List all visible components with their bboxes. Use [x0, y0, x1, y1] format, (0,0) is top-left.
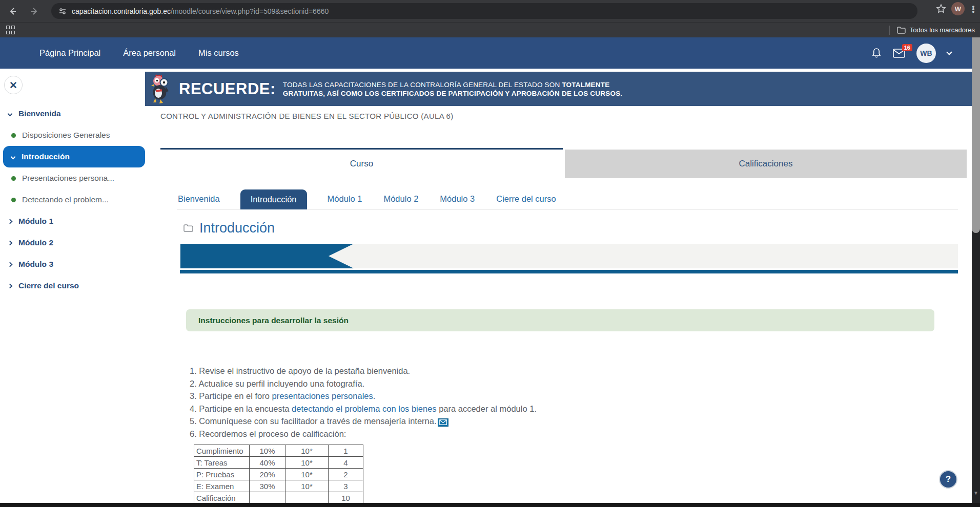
- sidebar-section-bienvenida[interactable]: Bienvenida: [0, 103, 145, 124]
- internal-messaging-icon[interactable]: [438, 418, 448, 427]
- bookmarks-bar: Todos los marcadores: [0, 22, 980, 37]
- table-row: T: Tareas40%10*4: [194, 457, 363, 469]
- forward-icon[interactable]: [26, 3, 43, 20]
- chevron-right-icon: [8, 262, 13, 267]
- chevron-down-icon: [8, 111, 13, 116]
- all-bookmarks-button[interactable]: Todos los marcadores: [910, 26, 975, 34]
- instructions-title: Instrucciones para desarrollar la sesión: [198, 316, 349, 325]
- course-title: CONTROL Y ADMINISTRACIÓN DE BIENES EN EL…: [160, 112, 454, 120]
- section-tabs: Bienvenida Introducción Módulo 1 Módulo …: [177, 187, 958, 209]
- divider: [889, 26, 890, 35]
- table-row: Calificación10: [194, 492, 363, 504]
- completion-dot-icon: [11, 198, 16, 202]
- scrollbar-thumb[interactable]: [972, 37, 980, 233]
- list-item: 6. Recordemos el proceso de calificación…: [190, 428, 537, 440]
- scroll-down-arrow-icon[interactable]: ▼: [973, 490, 978, 496]
- nav-area-personal[interactable]: Área personal: [123, 48, 176, 58]
- sidebar-section-modulo-2[interactable]: Módulo 2: [0, 232, 145, 253]
- sidebar-item-disposiciones-generales[interactable]: Disposiciones Generales: [0, 124, 145, 146]
- list-item: 2. Actualice su perfil incluyendo una fo…: [190, 377, 537, 390]
- list-item: 3. Participe en el foro presentaciones p…: [190, 390, 537, 403]
- chevron-right-icon: [8, 283, 13, 288]
- detectando-el-problema-link[interactable]: detectando el problema con los bienes: [292, 404, 437, 413]
- unread-messages-badge: 16: [902, 44, 912, 51]
- bookmark-star-icon[interactable]: [936, 4, 946, 14]
- list-item: 1. Revise el instructivo de apoyo de la …: [190, 365, 537, 377]
- window-bottom-edge: [0, 503, 980, 507]
- tab-bienvenida[interactable]: Bienvenida: [177, 189, 221, 209]
- sidebar-section-modulo-3[interactable]: Módulo 3: [0, 253, 145, 275]
- browser-window: capacitacion.contraloria.gob.ec/moodle/c…: [0, 0, 980, 507]
- site-controls-icon[interactable]: [58, 7, 67, 15]
- section-divider-bar: [180, 270, 958, 273]
- chevron-right-icon: [8, 240, 13, 245]
- banner-title: RECUERDE:: [179, 80, 276, 98]
- help-button[interactable]: ?: [939, 470, 957, 489]
- browser-menu-icon[interactable]: •••: [970, 5, 977, 13]
- completion-dot-icon: [11, 133, 16, 138]
- tab-curso[interactable]: Curso: [160, 148, 563, 178]
- notifications-bell-icon[interactable]: [871, 48, 882, 58]
- nav-mis-cursos[interactable]: Mis cursos: [198, 48, 239, 58]
- section-heading: Introducción: [183, 220, 275, 236]
- browser-profile-avatar[interactable]: W: [951, 2, 965, 15]
- tab-modulo-2[interactable]: Módulo 2: [382, 189, 419, 209]
- sidebar-section-introduccion[interactable]: Introducción: [3, 146, 145, 167]
- table-row: P: Pruebas20%10*2: [194, 469, 363, 480]
- table-row: Cumplimiento10%10*1: [194, 445, 363, 457]
- tab-introduccion[interactable]: Introducción: [240, 189, 307, 209]
- chevron-right-icon: [8, 219, 13, 224]
- user-menu-chevron-icon[interactable]: [946, 49, 952, 55]
- apps-grid-icon[interactable]: [6, 26, 15, 34]
- mascot-bird-illustration: [148, 74, 175, 104]
- sidebar-section-cierre-del-curso[interactable]: Cierre del curso: [0, 275, 145, 297]
- folder-icon: [183, 224, 193, 232]
- chevron-down-icon: [11, 154, 16, 159]
- browser-toolbar: capacitacion.contraloria.gob.ec/moodle/c…: [0, 0, 980, 22]
- tab-modulo-3[interactable]: Módulo 3: [439, 189, 476, 209]
- sidebar-section-modulo-1[interactable]: Módulo 1: [0, 210, 145, 232]
- section-heading-label: Introducción: [199, 220, 275, 236]
- presentaciones-personales-link[interactable]: presentaciones personales: [272, 391, 373, 400]
- table-row: E: Examen30%10*3: [194, 480, 363, 492]
- list-item: 4. Participe en la encuesta detectando e…: [190, 403, 537, 415]
- sidebar-item-detectando-el-problema[interactable]: Detectando el problem...: [0, 189, 145, 210]
- ribbon-flag: [180, 244, 354, 268]
- url-path: /moodle/course/view.php?id=509&sectionid…: [171, 7, 329, 15]
- site-navbar: Página Principal Área personal Mis curso…: [0, 37, 972, 69]
- section-ribbon-strip: [180, 244, 958, 268]
- course-index-sidebar: ✕ Bienvenida Disposiciones Generales Int…: [0, 69, 145, 507]
- grading-table: Cumplimiento10%10*1 T: Tareas40%10*4 P: …: [194, 445, 363, 504]
- nav-pagina-principal[interactable]: Página Principal: [39, 48, 100, 58]
- banner-text: TODAS LAS CAPACITACIONES DE LA CONTRALOR…: [283, 80, 623, 98]
- tab-calificaciones[interactable]: Calificaciones: [565, 150, 967, 178]
- sidebar-item-presentaciones-personales[interactable]: Presentaciones persona...: [0, 167, 145, 189]
- bookmarks-folder-icon: [897, 27, 906, 34]
- messages-icon[interactable]: 16: [893, 49, 905, 58]
- recuerde-banner: RECUERDE: TODAS LAS CAPACITACIONES DE LA…: [145, 72, 972, 106]
- tab-modulo-1[interactable]: Módulo 1: [326, 189, 363, 209]
- completion-dot-icon: [11, 176, 16, 181]
- back-icon[interactable]: [4, 3, 22, 20]
- close-sidebar-button[interactable]: ✕: [4, 76, 23, 94]
- user-avatar[interactable]: WB: [916, 44, 936, 63]
- page-scrollbar[interactable]: ▼: [972, 37, 980, 503]
- list-item: 5. Comuníquese con su facilitador a trav…: [190, 415, 537, 428]
- tab-cierre-del-curso[interactable]: Cierre del curso: [495, 189, 557, 209]
- address-bar[interactable]: capacitacion.contraloria.gob.ec/moodle/c…: [51, 3, 917, 19]
- instructions-list: 1. Revise el instructivo de apoyo de la …: [190, 365, 537, 440]
- url-domain: capacitacion.contraloria.gob.ec: [72, 7, 171, 15]
- instructions-box: Instrucciones para desarrollar la sesión: [186, 309, 934, 331]
